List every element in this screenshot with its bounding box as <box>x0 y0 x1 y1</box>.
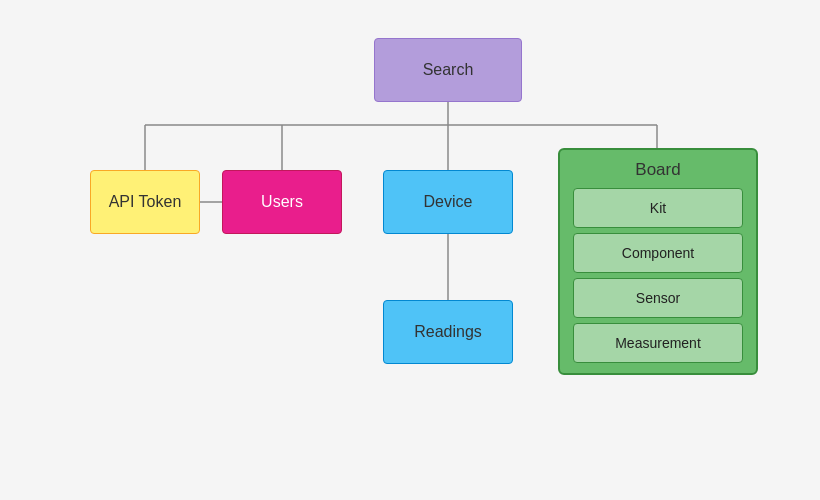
apitoken-node: API Token <box>90 170 200 234</box>
device-node: Device <box>383 170 513 234</box>
readings-label: Readings <box>414 323 482 341</box>
readings-node: Readings <box>383 300 513 364</box>
board-item-sensor: Sensor <box>573 278 743 318</box>
board-item-component: Component <box>573 233 743 273</box>
search-node: Search <box>374 38 522 102</box>
apitoken-label: API Token <box>109 193 182 211</box>
diagram-container: Search API Token Users Device Readings B… <box>0 0 820 500</box>
users-label: Users <box>261 193 303 211</box>
search-label: Search <box>423 61 474 79</box>
device-label: Device <box>424 193 473 211</box>
board-title: Board <box>635 160 680 180</box>
board-container: Board Kit Component Sensor Measurement <box>558 148 758 375</box>
board-item-kit: Kit <box>573 188 743 228</box>
users-node: Users <box>222 170 342 234</box>
board-item-measurement: Measurement <box>573 323 743 363</box>
